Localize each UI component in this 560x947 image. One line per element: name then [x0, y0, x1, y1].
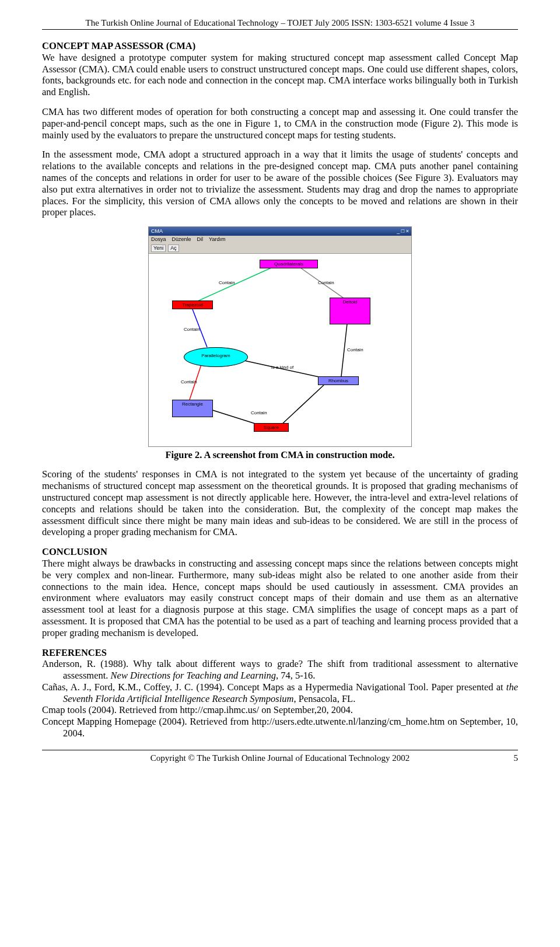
section-title-cma: CONCEPT MAP ASSESSOR (CMA) — [42, 40, 518, 52]
figure-2: CMA _ □ × Dosya Düzenle Dil Yardım Yeni … — [42, 226, 518, 446]
edge-label: Contain — [181, 379, 197, 385]
reference-item: Cmap tools (2004). Retrieved from http:/… — [42, 704, 518, 716]
cma-app-title: CMA — [151, 228, 163, 235]
cma-screenshot: CMA _ □ × Dosya Düzenle Dil Yardım Yeni … — [148, 226, 412, 446]
footer-rule — [42, 750, 518, 750]
edge-label: Contain — [184, 327, 200, 333]
footer-page-number: 5 — [501, 753, 518, 763]
toolbar-open-button[interactable]: Aç — [168, 244, 179, 252]
edge-label: Contain — [251, 410, 267, 416]
node-square[interactable]: Square — [254, 423, 289, 432]
edge-label: Contain — [347, 347, 363, 353]
toolbar-new-button[interactable]: Yeni — [151, 244, 166, 252]
paragraph: In the assessment mode, CMA adopt a stru… — [42, 149, 518, 218]
page-footer: Copyright © The Turkish Online Journal o… — [42, 753, 518, 763]
paragraph: There might always be drawbacks in const… — [42, 558, 518, 639]
node-deltoid[interactable]: Deltoid — [330, 298, 370, 324]
node-quadrilaterals[interactable]: Quadrilaterals — [260, 260, 318, 269]
reference-item: Concept Mapping Homepage (2004). Retriev… — [42, 716, 518, 739]
menu-lang[interactable]: Dil — [197, 236, 204, 243]
menu-edit[interactable]: Düzenle — [172, 236, 191, 243]
cma-canvas[interactable]: Quadrilaterals Trapezoid Deltoid Paralle… — [149, 254, 411, 446]
edge-label: Contain — [318, 280, 334, 286]
header-rule — [42, 29, 518, 30]
node-trapezoid[interactable]: Trapezoid — [172, 300, 213, 310]
section-title-conclusion: CONCLUSION — [42, 546, 518, 558]
edge-label: Contain — [219, 280, 235, 286]
footer-copyright: Copyright © The Turkish Online Journal o… — [60, 753, 501, 763]
cma-titlebar: CMA _ □ × — [149, 227, 411, 236]
window-buttons-icon[interactable]: _ □ × — [397, 228, 409, 235]
menu-help[interactable]: Yardım — [209, 236, 225, 243]
paragraph: We have designed a prototype computer sy… — [42, 52, 518, 98]
node-rhombus[interactable]: Rhombus — [318, 376, 359, 386]
journal-header: The Turkish Online Journal of Educationa… — [42, 18, 518, 28]
menu-file[interactable]: Dosya — [151, 236, 166, 243]
reference-item: Anderson, R. (1988). Why talk about diff… — [42, 658, 518, 682]
reference-item: Cañas, A. J., Ford, K.M., Coffey, J. C. … — [42, 682, 518, 705]
section-title-references: REFERENCES — [42, 647, 518, 659]
paragraph: Scoring of the students' responses in CM… — [42, 469, 518, 538]
paragraph: CMA has two different modes of operation… — [42, 106, 518, 141]
cma-toolbar: Yeni Aç — [149, 243, 411, 254]
cma-menu-bar: Dosya Düzenle Dil Yardım — [149, 236, 411, 243]
node-parallelogram[interactable]: Parallelogram — [184, 347, 248, 367]
svg-line-4 — [341, 324, 347, 376]
edges-svg — [149, 254, 411, 446]
svg-line-7 — [280, 385, 324, 426]
node-rectangle[interactable]: Rectangle — [172, 400, 213, 417]
edge-label: is a kind of — [271, 365, 293, 371]
figure-2-caption: Figure 2. A screenshot from CMA in const… — [42, 449, 518, 461]
